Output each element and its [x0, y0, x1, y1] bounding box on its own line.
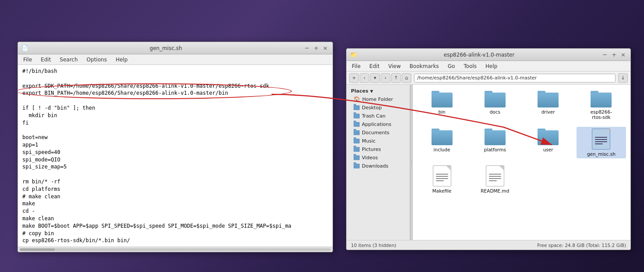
- folder-body: [538, 93, 559, 107]
- sidebar-item-label: Downloads: [362, 163, 388, 169]
- editor-menu-options[interactable]: Options: [85, 56, 109, 63]
- editor-line: cd platforms: [22, 186, 328, 193]
- folder-icon: [354, 105, 360, 110]
- folder-icon-lg: [432, 129, 453, 145]
- editor-line: mkdir bin: [22, 112, 328, 119]
- editor-line: rm bin/* -rf: [22, 178, 328, 186]
- sidebar-item-documents[interactable]: Documents: [347, 129, 410, 137]
- toolbar-forward-btn[interactable]: ›: [381, 73, 390, 83]
- fm-menu-go[interactable]: Go: [446, 63, 457, 70]
- fm-sidebar: Places ▼ 🏠 Home Folder Desktop Trash Can…: [347, 85, 410, 240]
- file-item-user[interactable]: user: [524, 127, 573, 158]
- fm-menu-view[interactable]: View: [386, 63, 402, 70]
- editor-line: export SDK_PATH=/home/esp8266/Share/esp8…: [22, 82, 328, 90]
- folder-body: [432, 130, 453, 145]
- editor-line: spi_mode=QIO: [22, 156, 328, 164]
- toolbar-new-btn[interactable]: +: [349, 73, 359, 83]
- editor-menu-edit[interactable]: Edit: [39, 56, 53, 63]
- places-label: Places: [351, 88, 368, 94]
- fm-menu-file[interactable]: File: [350, 63, 362, 70]
- editor-menu-file[interactable]: File: [21, 56, 34, 63]
- editor-line: boot=new: [22, 134, 328, 141]
- fm-menu-edit[interactable]: Edit: [368, 63, 381, 70]
- folder-icon: [354, 130, 360, 135]
- address-text: /home/esp8266/Share/esp8266-alink-v1.0-m…: [417, 75, 537, 81]
- folder-icon-lg: [485, 129, 506, 145]
- file-item-label: README.md: [481, 188, 509, 193]
- folder-icon: [354, 139, 360, 143]
- sidebar-item-downloads[interactable]: Downloads: [347, 162, 410, 170]
- file-item-driver[interactable]: driver: [524, 89, 573, 122]
- editor-menubar: File Edit Search Options Help: [18, 54, 333, 65]
- sidebar-item-label: Home Folder: [362, 97, 393, 102]
- editor-line: [22, 126, 328, 134]
- fm-minimize-btn[interactable]: −: [601, 51, 609, 58]
- editor-line: cp esp8266-rtos-sdk/bin/*.bin bin/: [22, 237, 328, 244]
- file-item-bin[interactable]: bin: [417, 89, 467, 122]
- sidebar-item-videos[interactable]: Videos: [347, 154, 410, 162]
- fm-window-controls: − + ×: [601, 51, 627, 58]
- places-arrow: ▼: [370, 89, 373, 93]
- toolbar-back-btn[interactable]: ‹: [360, 73, 369, 83]
- editor-menu-help[interactable]: Help: [114, 56, 129, 63]
- file-icon-line: [489, 180, 497, 181]
- editor-content[interactable]: #!/bin/bash export SDK_PATH=/home/esp826…: [18, 65, 333, 247]
- fm-menu-help[interactable]: Help: [484, 63, 499, 70]
- sidebar-item-label: Trash Can: [362, 113, 386, 119]
- sidebar-item-pictures[interactable]: Pictures: [347, 145, 410, 154]
- toolbar-dropdown-btn[interactable]: ▾: [370, 73, 380, 83]
- scrollbar-track[interactable]: [20, 248, 331, 251]
- file-item-docs[interactable]: docs: [470, 89, 520, 122]
- file-icon-lg: [486, 165, 504, 186]
- file-icon-line: [436, 176, 448, 177]
- scrollbar-thumb[interactable]: [20, 248, 55, 251]
- sidebar-item-label: Music: [362, 138, 375, 144]
- editor-maximize-btn[interactable]: +: [312, 45, 320, 51]
- file-icon-line: [489, 176, 501, 177]
- editor-close-btn[interactable]: ×: [322, 45, 329, 51]
- file-item-makefile[interactable]: Makefile: [417, 164, 467, 195]
- statusbar-right: Free space: 24.8 GiB (Total: 115.2 GiB): [537, 243, 626, 248]
- sidebar-item-label: Pictures: [362, 147, 381, 152]
- folder-icon: [354, 114, 360, 118]
- fm-menu-tools[interactable]: Tools: [462, 63, 479, 70]
- file-icon-lines: [436, 174, 448, 181]
- fm-toolbar: + ‹ ▾ › ↑ ⌂ /home/esp8266/Share/esp8266-…: [347, 72, 630, 85]
- fm-menu-bookmarks[interactable]: Bookmarks: [408, 63, 441, 70]
- address-bar[interactable]: /home/esp8266/Share/esp8266-alink-v1.0-m…: [414, 74, 616, 82]
- file-icon-line: [489, 178, 501, 179]
- editor-scrollbar[interactable]: [18, 247, 333, 252]
- file-icon-line: [595, 137, 607, 138]
- editor-line: spi_speed=40: [22, 149, 328, 156]
- sidebar-item-desktop[interactable]: Desktop: [347, 104, 410, 112]
- file-icon-lg: [592, 129, 610, 150]
- file-item-gen-misc-sh[interactable]: gen_misc.sh: [577, 127, 626, 158]
- fm-maximize-btn[interactable]: +: [610, 51, 618, 58]
- toolbar-home-btn[interactable]: ⌂: [402, 73, 411, 83]
- file-item-readme-md[interactable]: README.md: [470, 164, 520, 195]
- file-item-platforms[interactable]: platforms: [470, 127, 520, 158]
- fm-close-btn[interactable]: ×: [619, 51, 627, 58]
- editor-line: #!/bin/bash: [22, 68, 328, 75]
- sidebar-item-applications[interactable]: Applications: [347, 120, 410, 129]
- file-item-include[interactable]: include: [417, 127, 467, 158]
- folder-icon: [354, 147, 360, 152]
- sidebar-item-music[interactable]: Music: [347, 137, 410, 145]
- editor-title: gen_misc.sh: [28, 45, 303, 51]
- sidebar-item-home[interactable]: 🏠 Home Folder: [347, 95, 410, 104]
- home-icon: 🏠: [354, 96, 360, 102]
- folder-icon-lg: [432, 91, 453, 107]
- file-item-label: platforms: [484, 147, 506, 152]
- editor-line: [22, 75, 328, 82]
- toolbar-up-btn[interactable]: ↑: [391, 73, 401, 83]
- file-icon-line: [436, 174, 448, 175]
- file-item-label: bin: [439, 109, 446, 115]
- sidebar-item-trash[interactable]: Trash Can: [347, 112, 410, 120]
- file-item-esp8266-rtos-sdk[interactable]: esp8266-rtos-sdk: [577, 89, 626, 122]
- editor-minimize-btn[interactable]: −: [303, 45, 311, 51]
- sidebar-section-places: Places ▼: [347, 87, 410, 95]
- editor-menu-search[interactable]: Search: [58, 56, 79, 63]
- editor-titlebar: 📄 gen_misc.sh − + ×: [18, 42, 333, 54]
- toolbar-reload-btn[interactable]: ↓: [618, 73, 628, 83]
- folder-body: [485, 93, 506, 107]
